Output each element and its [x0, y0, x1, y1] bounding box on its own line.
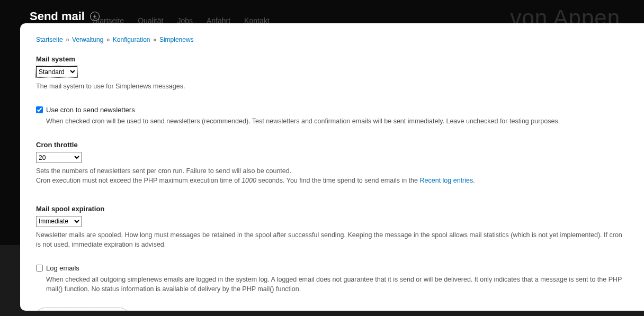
use-cron-checkbox[interactable] [36, 106, 43, 113]
use-cron-label: Use cron to send newsletters [46, 106, 135, 114]
use-cron-block: Use cron to send newsletters When checke… [36, 106, 628, 126]
overlay-title-text: Send mail [30, 10, 85, 23]
breadcrumb-link[interactable]: Verwaltung [72, 36, 103, 43]
cron-throttle-desc1: Sets the numbers of newsletters sent per… [36, 166, 628, 176]
cron-throttle-label: Cron throttle [36, 141, 628, 149]
log-emails-label: Log emails [46, 264, 79, 272]
log-emails-block: Log emails When checked all outgoing sim… [36, 264, 628, 294]
mail-system-desc: The mail system to use for Simplenews me… [36, 82, 628, 91]
log-emails-checkbox[interactable] [36, 265, 43, 272]
max-exec-time: 1000 [241, 177, 256, 184]
cron-throttle-block: Cron throttle 20 Sets the numbers of new… [36, 141, 628, 185]
mail-system-label: Mail system [36, 55, 628, 63]
mail-system-block: Mail system Standard The mail system to … [36, 55, 628, 91]
use-cron-desc: When checked cron will be used to send n… [46, 116, 628, 126]
breadcrumb-sep: » [106, 36, 110, 43]
admin-panel: Startseite » Verwaltung » Konfiguration … [20, 23, 644, 311]
mail-system-select[interactable]: Standard [36, 66, 77, 77]
cron-throttle-desc2: Cron execution must not exceed the PHP m… [36, 176, 628, 185]
cron-throttle-select[interactable]: 20 [36, 152, 82, 163]
save-button[interactable]: Konfiguration speichern [36, 308, 129, 311]
spool-block: Mail spool expiration Immediate Newslett… [36, 205, 628, 249]
breadcrumb-link[interactable]: Simplenews [159, 36, 194, 43]
overlay-title: Send mail + [30, 10, 100, 23]
breadcrumb-link[interactable]: Startseite [36, 36, 63, 43]
breadcrumb: Startseite » Verwaltung » Konfiguration … [36, 36, 628, 43]
spool-label: Mail spool expiration [36, 205, 628, 213]
plus-icon[interactable]: + [90, 12, 100, 21]
spool-select[interactable]: Immediate [36, 216, 82, 227]
breadcrumb-sep: » [66, 36, 69, 43]
breadcrumb-link[interactable]: Konfiguration [113, 36, 150, 43]
log-emails-desc: When checked all outgoing simplenews ema… [46, 275, 628, 294]
breadcrumb-sep: » [153, 36, 157, 43]
spool-desc: Newsletter mails are spooled. How long m… [36, 230, 628, 249]
recent-log-entries-link[interactable]: Recent log entries [420, 177, 473, 184]
